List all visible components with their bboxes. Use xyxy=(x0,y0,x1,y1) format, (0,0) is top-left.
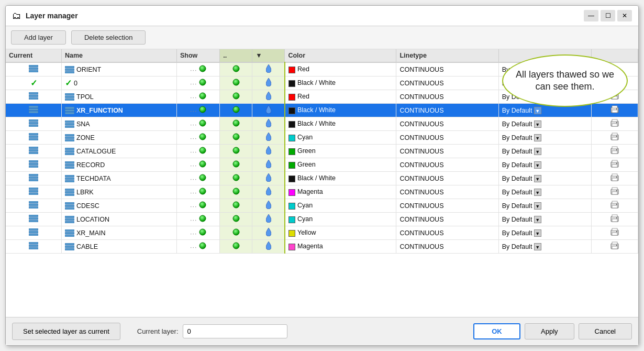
cell-color[interactable]: Red xyxy=(285,62,396,76)
cell-print[interactable] xyxy=(592,240,638,254)
cell-bydefault[interactable]: By Default ▼ xyxy=(498,104,592,117)
cell-bydefault[interactable]: By Default ▼ xyxy=(498,145,592,158)
table-row[interactable]: CATALOGUE··· GreenCONTINUOUSBy Default ▼ xyxy=(6,145,638,158)
table-row[interactable]: XR_FUNCTION··· Black / WhiteCONTINUOUSBy… xyxy=(6,104,638,117)
cell-show[interactable]: ··· xyxy=(176,131,219,145)
cell-freeze1[interactable] xyxy=(220,117,252,131)
cell-bydefault[interactable]: By Default ▼ xyxy=(498,240,592,254)
cell-freeze1[interactable] xyxy=(220,185,252,199)
minimize-button[interactable]: — xyxy=(584,10,598,21)
cell-color[interactable]: Red xyxy=(285,90,396,104)
cell-print[interactable] xyxy=(592,104,638,117)
table-row[interactable]: CDESC··· CyanCONTINUOUSBy Default ▼ xyxy=(6,199,638,213)
cell-show[interactable]: ··· xyxy=(176,76,219,90)
cell-freeze2[interactable] xyxy=(252,62,285,76)
cell-freeze2[interactable] xyxy=(252,145,285,158)
cell-freeze1[interactable] xyxy=(220,226,252,240)
cell-bydefault[interactable]: By Default ▼ xyxy=(498,213,592,226)
cell-freeze2[interactable] xyxy=(252,131,285,145)
cell-bydefault[interactable]: By Default ▼ xyxy=(498,172,592,185)
cell-color[interactable]: Green xyxy=(285,158,396,172)
cell-freeze2[interactable] xyxy=(252,226,285,240)
cell-print[interactable] xyxy=(592,172,638,185)
cell-bydefault[interactable]: By Default ▼ xyxy=(498,199,592,213)
cell-freeze1[interactable] xyxy=(220,131,252,145)
cell-color[interactable]: Black / White xyxy=(285,104,396,117)
table-row[interactable]: TECHDATA··· Black / WhiteCONTINUOUSBy De… xyxy=(6,172,638,185)
cell-print[interactable] xyxy=(592,145,638,158)
cell-print[interactable] xyxy=(592,185,638,199)
cell-color[interactable]: Cyan xyxy=(285,213,396,226)
cell-color[interactable]: Black / White xyxy=(285,117,396,131)
cell-freeze2[interactable] xyxy=(252,76,285,90)
cell-color[interactable]: Magenta xyxy=(285,185,396,199)
cell-freeze2[interactable] xyxy=(252,240,285,254)
table-row[interactable]: LOCATION··· CyanCONTINUOUSBy Default ▼ xyxy=(6,213,638,226)
cell-show[interactable]: ··· xyxy=(176,185,219,199)
table-row[interactable]: RECORD··· GreenCONTINUOUSBy Default ▼ xyxy=(6,158,638,172)
cell-freeze1[interactable] xyxy=(220,240,252,254)
cell-show[interactable]: ··· xyxy=(176,117,219,131)
cell-freeze1[interactable] xyxy=(220,172,252,185)
cell-print[interactable] xyxy=(592,131,638,145)
cell-color[interactable]: Cyan xyxy=(285,199,396,213)
delete-selection-button[interactable]: Delete selection xyxy=(71,30,146,45)
cell-show[interactable]: ··· xyxy=(176,158,219,172)
cell-print[interactable] xyxy=(592,199,638,213)
cell-freeze2[interactable] xyxy=(252,158,285,172)
table-row[interactable]: LBRK··· MagentaCONTINUOUSBy Default ▼ xyxy=(6,185,638,199)
cell-print[interactable] xyxy=(592,76,638,90)
cell-freeze2[interactable] xyxy=(252,199,285,213)
close-button[interactable]: ✕ xyxy=(617,10,632,21)
cell-show[interactable]: ··· xyxy=(176,145,219,158)
cell-freeze1[interactable] xyxy=(220,158,252,172)
cell-show[interactable]: ··· xyxy=(176,62,219,76)
cell-show[interactable]: ··· xyxy=(176,213,219,226)
cell-show[interactable]: ··· xyxy=(176,172,219,185)
cell-freeze1[interactable] xyxy=(220,199,252,213)
cell-freeze2[interactable] xyxy=(252,172,285,185)
cell-freeze2[interactable] xyxy=(252,213,285,226)
cell-print[interactable] xyxy=(592,226,638,240)
cell-freeze1[interactable] xyxy=(220,76,252,90)
cell-color[interactable]: Black / White xyxy=(285,172,396,185)
apply-button[interactable]: Apply xyxy=(525,323,574,339)
cell-bydefault[interactable]: By Default ▼ xyxy=(498,226,592,240)
cell-freeze2[interactable] xyxy=(252,104,285,117)
cell-print[interactable] xyxy=(592,158,638,172)
current-layer-input[interactable] xyxy=(183,324,287,338)
cell-color[interactable]: Magenta xyxy=(285,240,396,254)
cell-bydefault[interactable]: By Default ▼ xyxy=(498,185,592,199)
cell-color[interactable]: Green xyxy=(285,145,396,158)
cancel-button[interactable]: Cancel xyxy=(579,323,632,339)
cell-print[interactable] xyxy=(592,117,638,131)
cell-bydefault[interactable]: By Default ▼ xyxy=(498,117,592,131)
cell-show[interactable]: ··· xyxy=(176,226,219,240)
cell-freeze1[interactable] xyxy=(220,104,252,117)
cell-freeze2[interactable] xyxy=(252,90,285,104)
cell-freeze1[interactable] xyxy=(220,90,252,104)
cell-freeze1[interactable] xyxy=(220,145,252,158)
cell-freeze1[interactable] xyxy=(220,62,252,76)
cell-show[interactable]: ··· xyxy=(176,240,219,254)
cell-freeze2[interactable] xyxy=(252,185,285,199)
table-row[interactable]: TPOL··· RedCONTINUOUSBy Default ▼ xyxy=(6,90,638,104)
table-row[interactable]: XR_MAIN··· YellowCONTINUOUSBy Default ▼ xyxy=(6,226,638,240)
set-current-button[interactable]: Set selected layer as current xyxy=(12,323,120,340)
table-row[interactable]: ✓✓ 0··· Black / WhiteCONTINUOUSBy Defaul… xyxy=(6,76,638,90)
cell-show[interactable]: ··· xyxy=(176,199,219,213)
cell-color[interactable]: Black / White xyxy=(285,76,396,90)
cell-print[interactable] xyxy=(592,90,638,104)
table-row[interactable]: CABLE··· MagentaCONTINUOUSBy Default ▼ xyxy=(6,240,638,254)
cell-bydefault[interactable]: By Default ▼ xyxy=(498,158,592,172)
cell-color[interactable]: Yellow xyxy=(285,226,396,240)
table-row[interactable]: ZONE··· CyanCONTINUOUSBy Default ▼ xyxy=(6,131,638,145)
cell-print[interactable] xyxy=(592,62,638,76)
cell-print[interactable] xyxy=(592,213,638,226)
add-layer-button[interactable]: Add layer xyxy=(11,30,66,45)
cell-show[interactable]: ··· xyxy=(176,90,219,104)
table-row[interactable]: ORIENT··· RedCONTINUOUSBy Default xyxy=(6,62,638,76)
cell-bydefault[interactable]: By Default ▼ xyxy=(498,76,592,90)
ok-button[interactable]: OK xyxy=(473,323,520,339)
cell-bydefault[interactable]: By Default ▼ xyxy=(498,131,592,145)
